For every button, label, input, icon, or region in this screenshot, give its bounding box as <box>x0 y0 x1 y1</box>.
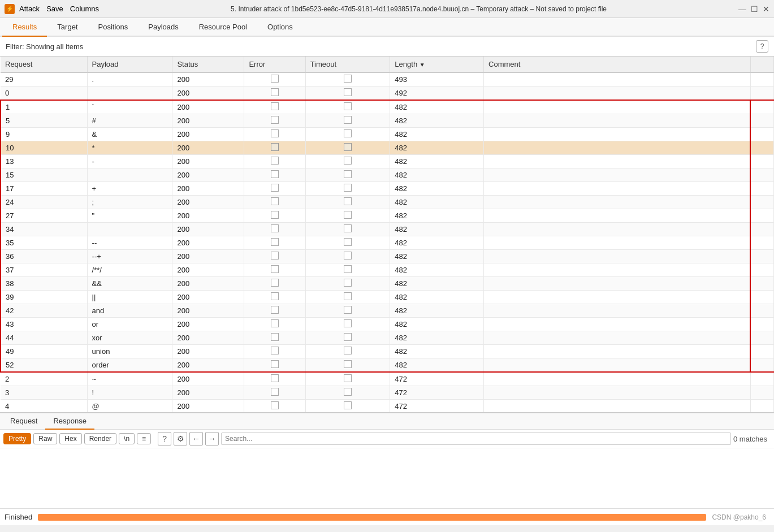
format-render-button[interactable]: Render <box>84 433 116 444</box>
timeout-checkbox[interactable] <box>344 347 352 354</box>
error-checkbox[interactable] <box>271 360 279 368</box>
error-cell[interactable] <box>244 277 305 291</box>
table-row[interactable]: 38&&200482 <box>1 277 774 291</box>
error-checkbox[interactable] <box>271 88 279 96</box>
settings-icon[interactable]: ⚙ <box>174 432 187 446</box>
error-cell[interactable] <box>244 196 305 209</box>
timeout-cell[interactable] <box>305 250 390 263</box>
error-cell[interactable] <box>244 223 305 236</box>
error-checkbox[interactable] <box>271 197 279 205</box>
table-row[interactable]: 39||200482 <box>1 291 774 304</box>
timeout-cell[interactable] <box>305 86 390 101</box>
timeout-cell[interactable] <box>305 209 390 223</box>
timeout-cell[interactable] <box>305 277 390 291</box>
error-checkbox[interactable] <box>271 143 279 151</box>
table-row[interactable]: 4@200472 <box>1 400 774 413</box>
timeout-checkbox[interactable] <box>344 143 352 151</box>
table-row[interactable]: 9&200482 <box>1 128 774 141</box>
format-menu-button[interactable]: ≡ <box>137 433 151 444</box>
timeout-checkbox[interactable] <box>344 224 352 232</box>
format-hex-button[interactable]: Hex <box>59 433 81 444</box>
timeout-checkbox[interactable] <box>344 157 352 165</box>
tab-results[interactable]: Results <box>2 18 47 37</box>
error-cell[interactable] <box>244 318 305 331</box>
timeout-checkbox[interactable] <box>344 360 352 368</box>
error-checkbox[interactable] <box>271 401 279 409</box>
timeout-cell[interactable] <box>305 182 390 196</box>
table-row[interactable]: 2~200472 <box>1 372 774 386</box>
timeout-cell[interactable] <box>305 331 390 345</box>
timeout-checkbox[interactable] <box>344 116 352 124</box>
timeout-cell[interactable] <box>305 263 390 277</box>
timeout-cell[interactable] <box>305 141 390 155</box>
error-checkbox[interactable] <box>271 306 279 314</box>
error-cell[interactable] <box>244 128 305 141</box>
error-checkbox[interactable] <box>271 157 279 165</box>
timeout-checkbox[interactable] <box>344 279 352 287</box>
minimize-button[interactable]: — <box>738 5 746 14</box>
timeout-checkbox[interactable] <box>344 252 352 259</box>
timeout-checkbox[interactable] <box>344 170 352 178</box>
table-row[interactable]: 43or200482 <box>1 318 774 331</box>
error-cell[interactable] <box>244 263 305 277</box>
error-checkbox[interactable] <box>271 184 279 192</box>
timeout-cell[interactable] <box>305 358 390 373</box>
error-checkbox[interactable] <box>271 102 279 110</box>
timeout-cell[interactable] <box>305 304 390 318</box>
table-row[interactable]: 1`200482 <box>1 100 774 114</box>
error-cell[interactable] <box>244 72 305 86</box>
error-checkbox[interactable] <box>271 347 279 354</box>
error-checkbox[interactable] <box>271 252 279 259</box>
help-button[interactable]: ? <box>756 40 768 53</box>
error-cell[interactable] <box>244 250 305 263</box>
timeout-checkbox[interactable] <box>344 306 352 314</box>
table-row[interactable]: 44xor200482 <box>1 331 774 345</box>
error-checkbox[interactable] <box>271 374 279 382</box>
timeout-checkbox[interactable] <box>344 88 352 96</box>
table-row[interactable]: 35--200482 <box>1 236 774 250</box>
timeout-cell[interactable] <box>305 168 390 182</box>
timeout-cell[interactable] <box>305 100 390 114</box>
error-cell[interactable] <box>244 114 305 128</box>
timeout-cell[interactable] <box>305 155 390 168</box>
col-length[interactable]: Length ▼ <box>390 57 484 72</box>
error-checkbox[interactable] <box>271 116 279 124</box>
error-checkbox[interactable] <box>271 279 279 287</box>
table-row[interactable]: 0200492 <box>1 86 774 101</box>
error-cell[interactable] <box>244 345 305 358</box>
error-cell[interactable] <box>244 291 305 304</box>
format-newline-button[interactable]: \n <box>119 433 135 444</box>
timeout-checkbox[interactable] <box>344 211 352 219</box>
table-row[interactable]: 52order200482 <box>1 358 774 373</box>
tab-resource-pool[interactable]: Resource Pool <box>189 18 257 37</box>
table-row[interactable]: 15200482 <box>1 168 774 182</box>
error-checkbox[interactable] <box>271 388 279 396</box>
table-row[interactable]: 49union200482 <box>1 345 774 358</box>
search-input[interactable] <box>221 432 731 445</box>
timeout-cell[interactable] <box>305 345 390 358</box>
error-checkbox[interactable] <box>271 292 279 300</box>
error-checkbox[interactable] <box>271 170 279 178</box>
timeout-checkbox[interactable] <box>344 184 352 192</box>
error-cell[interactable] <box>244 372 305 386</box>
error-checkbox[interactable] <box>271 265 279 273</box>
table-row[interactable]: 42and200482 <box>1 304 774 318</box>
timeout-checkbox[interactable] <box>344 238 352 246</box>
timeout-checkbox[interactable] <box>344 129 352 137</box>
timeout-checkbox[interactable] <box>344 75 352 83</box>
error-cell[interactable] <box>244 304 305 318</box>
format-raw-button[interactable]: Raw <box>33 433 57 444</box>
table-row[interactable]: 13-200482 <box>1 155 774 168</box>
table-row[interactable]: 29.200493 <box>1 72 774 86</box>
error-checkbox[interactable] <box>271 211 279 219</box>
forward-button[interactable]: → <box>205 432 219 446</box>
error-cell[interactable] <box>244 386 305 400</box>
tab-target[interactable]: Target <box>47 18 88 37</box>
timeout-checkbox[interactable] <box>344 197 352 205</box>
timeout-cell[interactable] <box>305 318 390 331</box>
table-row[interactable]: 5#200482 <box>1 114 774 128</box>
error-checkbox[interactable] <box>271 238 279 246</box>
error-cell[interactable] <box>244 209 305 223</box>
timeout-checkbox[interactable] <box>344 333 352 341</box>
error-cell[interactable] <box>244 100 305 114</box>
